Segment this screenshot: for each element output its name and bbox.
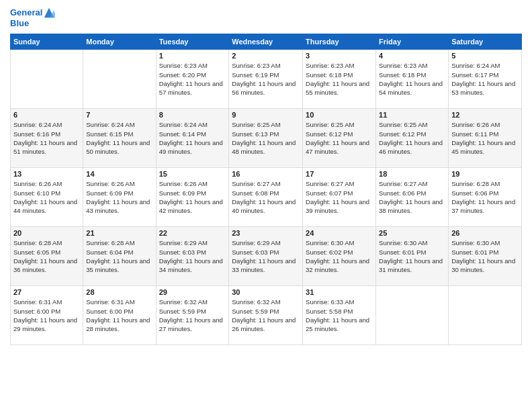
- daylight-text: Daylight: 11 hours and 28 minutes.: [86, 316, 152, 334]
- sunrise-text: Sunrise: 6:25 AM: [232, 120, 300, 129]
- day-info: Sunrise: 6:32 AM Sunset: 5:59 PM Dayligh…: [159, 298, 226, 333]
- sunrise-text: Sunrise: 6:31 AM: [86, 298, 152, 306]
- day-number: 17: [306, 170, 373, 178]
- daylight-text: Daylight: 11 hours and 29 minutes.: [13, 316, 80, 334]
- sunset-text: Sunset: 6:10 PM: [13, 189, 80, 197]
- day-info: Sunrise: 6:25 AM Sunset: 6:12 PM Dayligh…: [306, 120, 373, 156]
- day-number: 16: [232, 170, 300, 178]
- day-info: Sunrise: 6:28 AM Sunset: 6:04 PM Dayligh…: [86, 238, 152, 274]
- sunrise-text: Sunrise: 6:32 AM: [159, 298, 226, 306]
- daylight-text: Daylight: 11 hours and 40 minutes.: [232, 197, 300, 216]
- daylight-text: Daylight: 11 hours and 30 minutes.: [451, 257, 519, 275]
- sunset-text: Sunset: 6:03 PM: [159, 248, 226, 257]
- day-number: 29: [159, 288, 226, 296]
- calendar-cell: 11 Sunrise: 6:25 AM Sunset: 6:12 PM Dayl…: [376, 109, 449, 168]
- day-info: Sunrise: 6:25 AM Sunset: 6:12 PM Dayligh…: [379, 120, 445, 156]
- header-tuesday: Tuesday: [156, 34, 229, 50]
- daylight-text: Daylight: 11 hours and 53 minutes.: [451, 79, 519, 97]
- day-number: 8: [159, 111, 226, 119]
- day-info: Sunrise: 6:26 AM Sunset: 6:10 PM Dayligh…: [13, 179, 80, 215]
- sunrise-text: Sunrise: 6:30 AM: [306, 238, 373, 247]
- day-number: 7: [86, 111, 152, 119]
- sunrise-text: Sunrise: 6:24 AM: [451, 61, 519, 70]
- day-number: 13: [13, 170, 80, 178]
- day-info: Sunrise: 6:33 AM Sunset: 5:58 PM Dayligh…: [306, 298, 373, 333]
- day-info: Sunrise: 6:28 AM Sunset: 6:05 PM Dayligh…: [13, 238, 80, 274]
- calendar-week-5: 27 Sunrise: 6:31 AM Sunset: 6:00 PM Dayl…: [11, 286, 522, 345]
- day-info: Sunrise: 6:23 AM Sunset: 6:18 PM Dayligh…: [306, 61, 373, 97]
- sunrise-text: Sunrise: 6:32 AM: [232, 298, 300, 306]
- daylight-text: Daylight: 11 hours and 26 minutes.: [232, 316, 300, 334]
- sunset-text: Sunset: 6:07 PM: [306, 189, 373, 197]
- day-number: 26: [451, 229, 519, 237]
- sunset-text: Sunset: 6:06 PM: [451, 189, 519, 197]
- day-info: Sunrise: 6:23 AM Sunset: 6:20 PM Dayligh…: [159, 61, 226, 97]
- calendar-cell: 9 Sunrise: 6:25 AM Sunset: 6:13 PM Dayli…: [229, 109, 303, 168]
- header-sunday: Sunday: [11, 34, 83, 50]
- daylight-text: Daylight: 11 hours and 42 minutes.: [159, 197, 226, 216]
- daylight-text: Daylight: 11 hours and 56 minutes.: [232, 79, 300, 97]
- sunset-text: Sunset: 6:13 PM: [232, 130, 300, 138]
- day-number: 22: [159, 229, 226, 237]
- day-number: 27: [13, 288, 80, 296]
- calendar-cell: 10 Sunrise: 6:25 AM Sunset: 6:12 PM Dayl…: [303, 109, 376, 168]
- calendar-table: Sunday Monday Tuesday Wednesday Thursday…: [10, 34, 522, 345]
- sunrise-text: Sunrise: 6:28 AM: [13, 238, 80, 247]
- sunset-text: Sunset: 6:18 PM: [306, 71, 373, 79]
- daylight-text: Daylight: 11 hours and 48 minutes.: [232, 138, 300, 156]
- day-info: Sunrise: 6:26 AM Sunset: 6:11 PM Dayligh…: [451, 120, 519, 156]
- sunrise-text: Sunrise: 6:26 AM: [451, 120, 519, 129]
- calendar-cell: 28 Sunrise: 6:31 AM Sunset: 6:00 PM Dayl…: [83, 286, 156, 345]
- calendar-cell: 13 Sunrise: 6:26 AM Sunset: 6:10 PM Dayl…: [11, 168, 83, 227]
- sunrise-text: Sunrise: 6:29 AM: [159, 238, 226, 247]
- daylight-text: Daylight: 11 hours and 36 minutes.: [13, 257, 80, 275]
- sunset-text: Sunset: 6:17 PM: [451, 71, 519, 79]
- day-info: Sunrise: 6:30 AM Sunset: 6:01 PM Dayligh…: [451, 238, 519, 274]
- sunset-text: Sunset: 5:59 PM: [159, 307, 226, 316]
- day-number: 1: [159, 52, 226, 60]
- day-number: 28: [86, 288, 152, 296]
- day-info: Sunrise: 6:27 AM Sunset: 6:07 PM Dayligh…: [306, 179, 373, 215]
- day-info: Sunrise: 6:30 AM Sunset: 6:01 PM Dayligh…: [379, 238, 445, 274]
- sunset-text: Sunset: 6:09 PM: [159, 189, 226, 197]
- sunrise-text: Sunrise: 6:23 AM: [306, 61, 373, 70]
- day-number: 14: [86, 170, 152, 178]
- daylight-text: Daylight: 11 hours and 54 minutes.: [379, 79, 445, 97]
- daylight-text: Daylight: 11 hours and 43 minutes.: [86, 197, 152, 216]
- sunrise-text: Sunrise: 6:24 AM: [86, 120, 152, 129]
- sunset-text: Sunset: 6:02 PM: [306, 248, 373, 257]
- header: General Blue: [10, 7, 522, 28]
- calendar-cell: 15 Sunrise: 6:26 AM Sunset: 6:09 PM Dayl…: [156, 168, 229, 227]
- daylight-text: Daylight: 11 hours and 34 minutes.: [159, 257, 226, 275]
- header-wednesday: Wednesday: [229, 34, 303, 50]
- header-thursday: Thursday: [303, 34, 376, 50]
- sunset-text: Sunset: 6:09 PM: [86, 189, 152, 197]
- calendar-cell: 16 Sunrise: 6:27 AM Sunset: 6:08 PM Dayl…: [229, 168, 303, 227]
- day-info: Sunrise: 6:27 AM Sunset: 6:06 PM Dayligh…: [379, 179, 445, 215]
- daylight-text: Daylight: 11 hours and 35 minutes.: [86, 257, 152, 275]
- sunset-text: Sunset: 6:00 PM: [13, 307, 80, 316]
- sunset-text: Sunset: 6:03 PM: [232, 248, 300, 257]
- calendar-cell: 7 Sunrise: 6:24 AM Sunset: 6:15 PM Dayli…: [83, 109, 156, 168]
- day-number: 25: [379, 229, 445, 237]
- day-number: 4: [379, 52, 445, 60]
- day-number: 10: [306, 111, 373, 119]
- sunset-text: Sunset: 6:01 PM: [451, 248, 519, 257]
- sunset-text: Sunset: 6:08 PM: [232, 189, 300, 197]
- logo-text: General: [10, 8, 42, 17]
- daylight-text: Daylight: 11 hours and 31 minutes.: [379, 257, 445, 275]
- day-info: Sunrise: 6:23 AM Sunset: 6:19 PM Dayligh…: [232, 61, 300, 97]
- calendar-week-3: 13 Sunrise: 6:26 AM Sunset: 6:10 PM Dayl…: [11, 168, 522, 227]
- calendar-cell: [449, 286, 522, 345]
- calendar-cell: [11, 50, 83, 109]
- sunset-text: Sunset: 6:19 PM: [232, 71, 300, 79]
- header-saturday: Saturday: [449, 34, 522, 50]
- sunset-text: Sunset: 6:04 PM: [86, 248, 152, 257]
- day-number: 12: [451, 111, 519, 119]
- calendar-cell: 24 Sunrise: 6:30 AM Sunset: 6:02 PM Dayl…: [303, 227, 376, 286]
- day-number: 19: [451, 170, 519, 178]
- daylight-text: Daylight: 11 hours and 27 minutes.: [159, 316, 226, 334]
- sunrise-text: Sunrise: 6:30 AM: [379, 238, 445, 247]
- calendar-week-1: 1 Sunrise: 6:23 AM Sunset: 6:20 PM Dayli…: [11, 50, 522, 109]
- calendar-cell: 22 Sunrise: 6:29 AM Sunset: 6:03 PM Dayl…: [156, 227, 229, 286]
